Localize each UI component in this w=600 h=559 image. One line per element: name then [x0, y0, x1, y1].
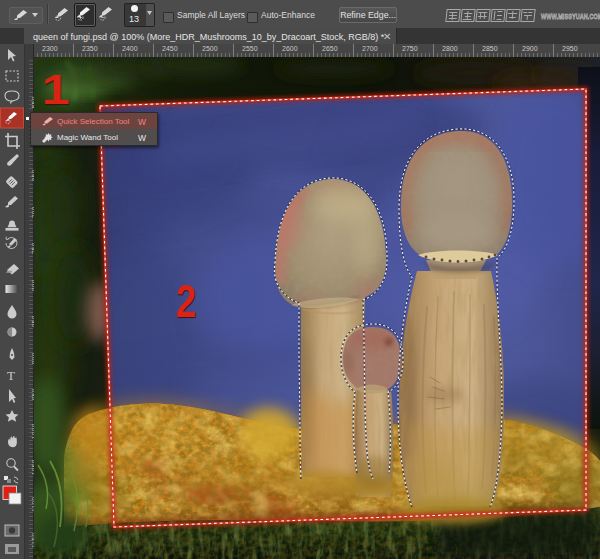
svg-text:T: T	[7, 368, 15, 383]
